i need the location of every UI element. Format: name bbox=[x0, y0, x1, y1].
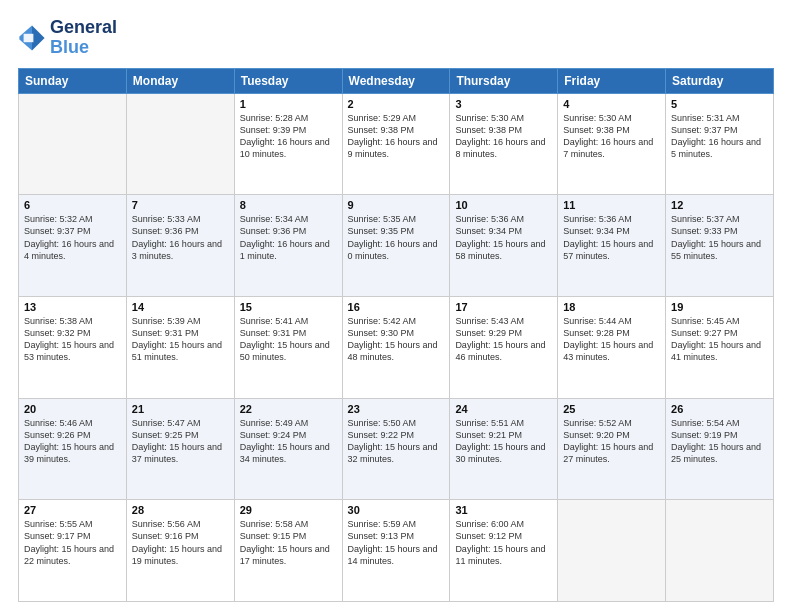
calendar-cell: 24Sunrise: 5:51 AMSunset: 9:21 PMDayligh… bbox=[450, 398, 558, 500]
day-info: Sunrise: 5:49 AMSunset: 9:24 PMDaylight:… bbox=[240, 417, 337, 466]
day-number: 28 bbox=[132, 504, 229, 516]
calendar-cell: 21Sunrise: 5:47 AMSunset: 9:25 PMDayligh… bbox=[126, 398, 234, 500]
day-number: 10 bbox=[455, 199, 552, 211]
calendar: SundayMondayTuesdayWednesdayThursdayFrid… bbox=[18, 68, 774, 602]
calendar-cell: 18Sunrise: 5:44 AMSunset: 9:28 PMDayligh… bbox=[558, 296, 666, 398]
day-info: Sunrise: 5:42 AMSunset: 9:30 PMDaylight:… bbox=[348, 315, 445, 364]
day-number: 22 bbox=[240, 403, 337, 415]
page: GeneralBlue SundayMondayTuesdayWednesday… bbox=[0, 0, 792, 612]
calendar-cell: 19Sunrise: 5:45 AMSunset: 9:27 PMDayligh… bbox=[666, 296, 774, 398]
day-header-wednesday: Wednesday bbox=[342, 68, 450, 93]
logo: GeneralBlue bbox=[18, 18, 117, 58]
calendar-cell: 1Sunrise: 5:28 AMSunset: 9:39 PMDaylight… bbox=[234, 93, 342, 195]
day-info: Sunrise: 5:50 AMSunset: 9:22 PMDaylight:… bbox=[348, 417, 445, 466]
calendar-cell: 15Sunrise: 5:41 AMSunset: 9:31 PMDayligh… bbox=[234, 296, 342, 398]
day-number: 13 bbox=[24, 301, 121, 313]
calendar-cell bbox=[558, 500, 666, 602]
calendar-cell: 27Sunrise: 5:55 AMSunset: 9:17 PMDayligh… bbox=[19, 500, 127, 602]
day-info: Sunrise: 5:39 AMSunset: 9:31 PMDaylight:… bbox=[132, 315, 229, 364]
day-info: Sunrise: 5:37 AMSunset: 9:33 PMDaylight:… bbox=[671, 213, 768, 262]
day-info: Sunrise: 5:47 AMSunset: 9:25 PMDaylight:… bbox=[132, 417, 229, 466]
day-info: Sunrise: 5:46 AMSunset: 9:26 PMDaylight:… bbox=[24, 417, 121, 466]
day-number: 25 bbox=[563, 403, 660, 415]
calendar-cell: 12Sunrise: 5:37 AMSunset: 9:33 PMDayligh… bbox=[666, 195, 774, 297]
calendar-cell: 10Sunrise: 5:36 AMSunset: 9:34 PMDayligh… bbox=[450, 195, 558, 297]
day-info: Sunrise: 5:34 AMSunset: 9:36 PMDaylight:… bbox=[240, 213, 337, 262]
day-info: Sunrise: 5:45 AMSunset: 9:27 PMDaylight:… bbox=[671, 315, 768, 364]
day-number: 11 bbox=[563, 199, 660, 211]
day-number: 7 bbox=[132, 199, 229, 211]
day-number: 15 bbox=[240, 301, 337, 313]
day-number: 4 bbox=[563, 98, 660, 110]
calendar-cell: 31Sunrise: 6:00 AMSunset: 9:12 PMDayligh… bbox=[450, 500, 558, 602]
header: GeneralBlue bbox=[18, 18, 774, 58]
day-info: Sunrise: 5:55 AMSunset: 9:17 PMDaylight:… bbox=[24, 518, 121, 567]
calendar-cell: 29Sunrise: 5:58 AMSunset: 9:15 PMDayligh… bbox=[234, 500, 342, 602]
day-info: Sunrise: 5:44 AMSunset: 9:28 PMDaylight:… bbox=[563, 315, 660, 364]
day-info: Sunrise: 5:36 AMSunset: 9:34 PMDaylight:… bbox=[563, 213, 660, 262]
calendar-cell: 11Sunrise: 5:36 AMSunset: 9:34 PMDayligh… bbox=[558, 195, 666, 297]
day-info: Sunrise: 5:28 AMSunset: 9:39 PMDaylight:… bbox=[240, 112, 337, 161]
calendar-week-1: 1Sunrise: 5:28 AMSunset: 9:39 PMDaylight… bbox=[19, 93, 774, 195]
day-header-monday: Monday bbox=[126, 68, 234, 93]
calendar-cell: 7Sunrise: 5:33 AMSunset: 9:36 PMDaylight… bbox=[126, 195, 234, 297]
calendar-cell: 3Sunrise: 5:30 AMSunset: 9:38 PMDaylight… bbox=[450, 93, 558, 195]
calendar-cell: 20Sunrise: 5:46 AMSunset: 9:26 PMDayligh… bbox=[19, 398, 127, 500]
day-info: Sunrise: 5:30 AMSunset: 9:38 PMDaylight:… bbox=[563, 112, 660, 161]
day-number: 18 bbox=[563, 301, 660, 313]
day-info: Sunrise: 5:43 AMSunset: 9:29 PMDaylight:… bbox=[455, 315, 552, 364]
day-info: Sunrise: 5:41 AMSunset: 9:31 PMDaylight:… bbox=[240, 315, 337, 364]
calendar-cell: 17Sunrise: 5:43 AMSunset: 9:29 PMDayligh… bbox=[450, 296, 558, 398]
day-number: 5 bbox=[671, 98, 768, 110]
day-number: 8 bbox=[240, 199, 337, 211]
day-number: 26 bbox=[671, 403, 768, 415]
day-header-thursday: Thursday bbox=[450, 68, 558, 93]
day-info: Sunrise: 5:29 AMSunset: 9:38 PMDaylight:… bbox=[348, 112, 445, 161]
day-info: Sunrise: 5:59 AMSunset: 9:13 PMDaylight:… bbox=[348, 518, 445, 567]
calendar-cell: 5Sunrise: 5:31 AMSunset: 9:37 PMDaylight… bbox=[666, 93, 774, 195]
day-header-sunday: Sunday bbox=[19, 68, 127, 93]
day-info: Sunrise: 5:52 AMSunset: 9:20 PMDaylight:… bbox=[563, 417, 660, 466]
day-number: 20 bbox=[24, 403, 121, 415]
calendar-header-row: SundayMondayTuesdayWednesdayThursdayFrid… bbox=[19, 68, 774, 93]
day-number: 23 bbox=[348, 403, 445, 415]
calendar-week-5: 27Sunrise: 5:55 AMSunset: 9:17 PMDayligh… bbox=[19, 500, 774, 602]
day-number: 16 bbox=[348, 301, 445, 313]
calendar-week-4: 20Sunrise: 5:46 AMSunset: 9:26 PMDayligh… bbox=[19, 398, 774, 500]
calendar-cell: 26Sunrise: 5:54 AMSunset: 9:19 PMDayligh… bbox=[666, 398, 774, 500]
day-info: Sunrise: 5:58 AMSunset: 9:15 PMDaylight:… bbox=[240, 518, 337, 567]
day-header-friday: Friday bbox=[558, 68, 666, 93]
day-info: Sunrise: 5:33 AMSunset: 9:36 PMDaylight:… bbox=[132, 213, 229, 262]
calendar-cell: 25Sunrise: 5:52 AMSunset: 9:20 PMDayligh… bbox=[558, 398, 666, 500]
day-info: Sunrise: 5:36 AMSunset: 9:34 PMDaylight:… bbox=[455, 213, 552, 262]
day-number: 6 bbox=[24, 199, 121, 211]
day-number: 30 bbox=[348, 504, 445, 516]
calendar-cell: 8Sunrise: 5:34 AMSunset: 9:36 PMDaylight… bbox=[234, 195, 342, 297]
day-number: 31 bbox=[455, 504, 552, 516]
calendar-cell bbox=[666, 500, 774, 602]
calendar-cell: 28Sunrise: 5:56 AMSunset: 9:16 PMDayligh… bbox=[126, 500, 234, 602]
logo-blue: Blue bbox=[50, 38, 117, 58]
day-info: Sunrise: 5:38 AMSunset: 9:32 PMDaylight:… bbox=[24, 315, 121, 364]
day-number: 1 bbox=[240, 98, 337, 110]
day-info: Sunrise: 5:35 AMSunset: 9:35 PMDaylight:… bbox=[348, 213, 445, 262]
day-info: Sunrise: 5:54 AMSunset: 9:19 PMDaylight:… bbox=[671, 417, 768, 466]
day-info: Sunrise: 5:51 AMSunset: 9:21 PMDaylight:… bbox=[455, 417, 552, 466]
day-number: 27 bbox=[24, 504, 121, 516]
day-info: Sunrise: 6:00 AMSunset: 9:12 PMDaylight:… bbox=[455, 518, 552, 567]
logo-general: General bbox=[50, 18, 117, 38]
day-number: 21 bbox=[132, 403, 229, 415]
calendar-cell: 22Sunrise: 5:49 AMSunset: 9:24 PMDayligh… bbox=[234, 398, 342, 500]
calendar-cell bbox=[126, 93, 234, 195]
calendar-cell: 14Sunrise: 5:39 AMSunset: 9:31 PMDayligh… bbox=[126, 296, 234, 398]
day-info: Sunrise: 5:30 AMSunset: 9:38 PMDaylight:… bbox=[455, 112, 552, 161]
logo-icon bbox=[18, 24, 46, 52]
svg-rect-3 bbox=[24, 34, 34, 42]
day-header-saturday: Saturday bbox=[666, 68, 774, 93]
calendar-cell bbox=[19, 93, 127, 195]
day-number: 3 bbox=[455, 98, 552, 110]
calendar-week-3: 13Sunrise: 5:38 AMSunset: 9:32 PMDayligh… bbox=[19, 296, 774, 398]
calendar-week-2: 6Sunrise: 5:32 AMSunset: 9:37 PMDaylight… bbox=[19, 195, 774, 297]
day-header-tuesday: Tuesday bbox=[234, 68, 342, 93]
day-info: Sunrise: 5:31 AMSunset: 9:37 PMDaylight:… bbox=[671, 112, 768, 161]
